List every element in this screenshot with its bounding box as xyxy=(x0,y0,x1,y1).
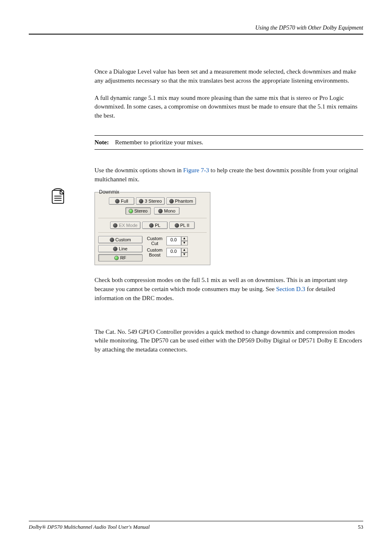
button-label: Phantom xyxy=(175,199,193,204)
line-button[interactable]: Line xyxy=(98,245,143,252)
button-label: Stereo xyxy=(134,208,148,213)
downmix-lower-grid: Custom Line RF xyxy=(98,236,207,261)
page-footer: Dolby® DP570 Multichannel Audio Tool Use… xyxy=(29,521,363,530)
button-label: PL xyxy=(155,223,160,228)
downmix-row-2: Stereo Mono xyxy=(98,207,207,215)
stepper-label: Custom Cut xyxy=(145,236,165,246)
page-number: 53 xyxy=(358,524,363,530)
text-run: Use the downmix options shown in xyxy=(95,167,183,173)
led-icon xyxy=(139,199,143,204)
led-icon xyxy=(113,247,118,251)
label-line: Custom xyxy=(147,247,163,252)
led-icon xyxy=(115,199,120,204)
note-row: Note: Remember to prioritize your mixes. xyxy=(95,136,363,149)
downmix-left-col: Custom Line RF xyxy=(98,236,143,261)
three-stereo-button[interactable]: 3 Stereo xyxy=(136,197,165,205)
paragraph: A full dynamic range 5.1 mix may sound m… xyxy=(95,94,363,120)
figure-reference-link[interactable]: Figure 7-3 xyxy=(183,167,209,173)
stepper-value: 0.0 xyxy=(166,248,181,257)
note-icon xyxy=(49,187,67,205)
button-label: Line xyxy=(119,246,127,251)
stepper-value: 0.0 xyxy=(166,236,181,245)
stepper-buttons: ▲ ▼ xyxy=(181,248,188,257)
panel-separator xyxy=(98,218,207,218)
paragraph: Use the downmix options shown in Figure … xyxy=(95,166,363,184)
downmix-row-3: EX Mode PL PL II xyxy=(98,222,207,229)
stepper-down-icon[interactable]: ▼ xyxy=(181,252,188,257)
paragraph: Once a Dialogue Level value has been set… xyxy=(95,67,363,86)
led-icon xyxy=(158,209,163,213)
page: Using the DP570 with Other Dolby Equipme… xyxy=(0,0,392,555)
downmix-row-1: Full 3 Stereo Phantom xyxy=(98,197,207,205)
text-run: downmixed. In some cases, a compromise o… xyxy=(95,103,357,119)
stereo-button[interactable]: Stereo xyxy=(125,207,151,215)
note-rule-bottom xyxy=(95,149,363,150)
paragraph: Check both compression modes on the full… xyxy=(95,276,363,303)
led-icon xyxy=(169,199,174,204)
stepper-label: Custom Boost xyxy=(145,247,165,257)
paragraph: The Cat. No. 549 GPI/O Controller provid… xyxy=(95,328,363,354)
downmix-panel: Downmix Full 3 Stereo Phant xyxy=(95,192,210,265)
running-head: Using the DP570 with Other Dolby Equipme… xyxy=(29,25,363,31)
header-rule xyxy=(29,34,363,35)
note-icon-wrap xyxy=(49,187,74,206)
button-label: PL II xyxy=(180,223,189,228)
led-icon xyxy=(149,223,154,228)
custom-cut-row: Custom Cut 0.0 ▲ ▼ xyxy=(145,236,207,246)
text-run: A full dynamic range 5.1 mix may sound m… xyxy=(95,95,344,101)
stepper-down-icon[interactable]: ▼ xyxy=(181,241,188,245)
mono-button[interactable]: Mono xyxy=(154,207,180,215)
custom-cut-stepper[interactable]: 0.0 ▲ ▼ xyxy=(166,236,188,245)
pl2-button[interactable]: PL II xyxy=(169,222,195,229)
label-line: Cut xyxy=(151,241,158,246)
custom-boost-stepper[interactable]: 0.0 ▲ ▼ xyxy=(166,248,188,257)
footer-row: Dolby® DP570 Multichannel Audio Tool Use… xyxy=(29,524,363,530)
led-icon xyxy=(129,209,133,213)
button-label: 3 Stereo xyxy=(145,199,162,204)
led-icon xyxy=(113,223,118,228)
note-label: Note: xyxy=(95,139,109,146)
label-line: Custom xyxy=(147,236,163,241)
button-label: RF xyxy=(120,255,126,260)
panel-legend: Downmix xyxy=(99,189,119,195)
rf-button[interactable]: RF xyxy=(98,254,143,261)
custom-boost-row: Custom Boost 0.0 ▲ ▼ xyxy=(145,247,207,257)
note-block: Note: Remember to prioritize your mixes. xyxy=(95,135,363,150)
stepper-up-icon[interactable]: ▲ xyxy=(181,236,188,241)
panel-inner: Full 3 Stereo Phantom xyxy=(95,192,210,265)
led-icon xyxy=(175,223,179,228)
phantom-button[interactable]: Phantom xyxy=(166,197,196,205)
stepper-up-icon[interactable]: ▲ xyxy=(181,248,188,252)
figure-wrap: Downmix Full 3 Stereo Phant xyxy=(95,192,363,265)
custom-button[interactable]: Custom xyxy=(98,236,143,243)
note-text: Remember to prioritize your mixes. xyxy=(115,139,203,146)
body-content: Once a Dialogue Level value has been set… xyxy=(95,67,363,354)
label-line: Boost xyxy=(149,252,160,257)
pl-button[interactable]: PL xyxy=(142,222,168,229)
ex-mode-button[interactable]: EX Mode xyxy=(110,222,140,229)
footer-rule xyxy=(29,521,363,521)
downmix-right-col: Custom Cut 0.0 ▲ ▼ xyxy=(145,236,207,257)
panel-separator xyxy=(98,232,207,233)
led-icon xyxy=(114,256,119,260)
button-label: Custom xyxy=(115,237,131,242)
stepper-buttons: ▲ ▼ xyxy=(181,236,188,245)
led-icon xyxy=(110,238,114,242)
full-button[interactable]: Full xyxy=(109,197,134,205)
button-label: EX Mode xyxy=(119,223,137,228)
footer-title: Dolby® DP570 Multichannel Audio Tool Use… xyxy=(29,524,150,530)
button-label: Full xyxy=(121,199,128,204)
button-label: Mono xyxy=(164,208,175,213)
section-reference-link[interactable]: Section D.3 xyxy=(276,286,305,292)
